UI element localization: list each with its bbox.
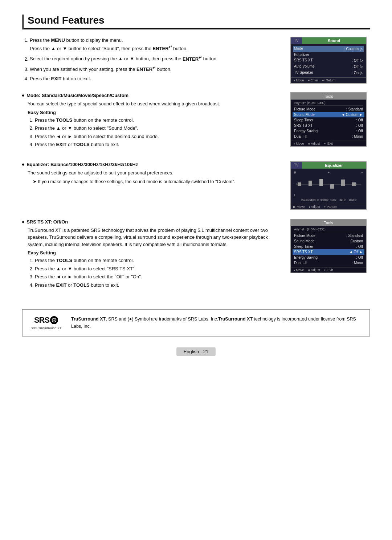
tools-row-dual-2: Dual I-II : Mono [294, 260, 363, 266]
page-footer: English - 21 [22, 347, 370, 356]
step-2: Select the required option by pressing t… [30, 54, 279, 63]
eq-rl-labels: R + + [294, 171, 363, 174]
tools-row-dual1: Dual I-II : Mono [294, 134, 363, 139]
tv-row-srs: SRS TS XT : Off ▷ [293, 57, 364, 64]
main-content: Press the MENU button to display the men… [22, 37, 370, 337]
svg-point-11 [53, 320, 55, 321]
eq-bars-svg: 0 0 [296, 175, 361, 193]
svg-rect-4 [330, 184, 334, 189]
tools-row-energy1: Energy Saving : Off [294, 128, 363, 134]
steps-text: Press the MENU button to display the men… [22, 37, 283, 86]
svg-rect-1 [298, 182, 301, 186]
mode-step-4: Press the EXIT or TOOLS button to exit. [35, 141, 279, 148]
tools-row-sound-2: Sound Mode : Custom [294, 238, 363, 244]
srs-logo-text: SRS [34, 315, 58, 325]
tv-ui-footer: ⬧ Move ↵Enter ↩ Return [291, 77, 366, 83]
exit-bold-1: EXIT [51, 76, 62, 81]
tools-row-picture: Picture Mode : Standard [294, 106, 363, 112]
tools-ui-2-col: Tools Anynet+ (HDMI-CEC) Picture Mode : … [290, 219, 370, 295]
mode-text: ♦ Mode: Standard/Music/Movie/Speech/Cust… [22, 92, 283, 155]
tv-row-mode: Mode : Custom ▷ [293, 46, 364, 52]
tv-row-autovolume: Auto Volume : Off ▷ [293, 64, 364, 70]
mode-step-3: Press the ◄ or ► button to select the de… [35, 133, 279, 140]
tv-sound-screenshot: TV Sound Mode : Custom ▷ Equalizer SRS T… [290, 37, 367, 84]
svg-text:0: 0 [355, 183, 357, 186]
srs-description: TruSurround XT, SRS and (●) Symbol are t… [71, 315, 362, 330]
srs-step-3: Press the ◄ or ► button to select the "O… [35, 273, 279, 281]
eq-bottom-labels: L [294, 193, 363, 197]
tools-row-sound: Sound Mode ◄ Custom ► [293, 112, 364, 117]
eq-bars-row: 0 0 [294, 175, 363, 193]
svg-rect-5 [341, 180, 345, 186]
eq-bullet: ♦ Equalizer: Balance/100Hz/300Hz/1kHz/3k… [22, 161, 279, 185]
tools-row-sleep-2: Sleep Timer : Off [294, 244, 363, 249]
step-1: Press the MENU button to display the men… [30, 37, 279, 52]
srs-title: SRS TS XT: Off/On [26, 219, 68, 225]
eq-footer: ▶ Move ⬧ Adjust ↩ Return [291, 204, 366, 209]
page-title: Sound Features [22, 15, 370, 29]
eq-text: ♦ Equalizer: Balance/100Hz/300Hz/1kHz/3k… [22, 161, 283, 212]
trusurround-bold-2: TruSurround XT [218, 317, 253, 322]
easy-setting-title-2: Easy Setting [28, 250, 279, 255]
mode-header: ♦ Mode: Standard/Music/Movie/Speech/Cust… [22, 92, 279, 98]
tools-body-1: Anynet+ (HDMI-CEC) Picture Mode : Standa… [291, 100, 366, 141]
mode-step-1: Press the TOOLS button on the remote con… [35, 117, 279, 124]
mode-desc: You can select the type of special sound… [28, 100, 279, 108]
srs-step-1: Press the TOOLS button on the remote con… [35, 257, 279, 264]
srs-trademark-box: SRS SRS TruSurround XT TruSurround XT, S… [22, 309, 370, 337]
svg-rect-2 [309, 181, 312, 186]
tools-row-sleep: Sleep Timer : Off [294, 117, 363, 123]
mode-steps-list: Press the TOOLS button on the remote con… [22, 117, 279, 148]
tools-screenshot-2: Tools Anynet+ (HDMI-CEC) Picture Mode : … [290, 219, 367, 273]
menu-bold: MENU [51, 37, 65, 43]
tv-row-tvspeaker: TV Speaker : On ▷ [293, 70, 364, 76]
main-steps-list: Press the MENU button to display the men… [22, 37, 279, 82]
page-number-badge: English - 21 [176, 347, 216, 356]
tools-screenshot-1: Tools Anynet+ (HDMI-CEC) Picture Mode : … [290, 92, 367, 147]
steps-section: Press the MENU button to display the men… [22, 37, 370, 86]
eq-screenshot: TV Equalizer R + + [290, 161, 367, 210]
eq-ui-col: TV Equalizer R + + [290, 161, 370, 212]
eq-ui-header: TV Equalizer [291, 162, 366, 169]
equalizer-section: ♦ Equalizer: Balance/100Hz/300Hz/1kHz/3k… [22, 161, 370, 212]
enter-bold-2: ENTER↵ [183, 56, 202, 62]
srs-text: ♦ SRS TS XT: Off/On TruSurround XT is a … [22, 219, 283, 295]
eq-title-label: Equalizer [302, 162, 366, 169]
eq-tv-label: TV [291, 162, 302, 169]
tools-header-1: Tools [291, 93, 366, 100]
tools-body-2: Anynet+ (HDMI-CEC) Picture Mode : Standa… [291, 226, 366, 267]
srs-logo: SRS SRS TruSurround XT [30, 315, 62, 330]
svg-text:0: 0 [296, 183, 297, 186]
eq-note: If you make any changes to these setting… [33, 178, 279, 185]
tools-row-srs-xt: SRS TS XT ◄ Off ► [293, 249, 364, 255]
enter-bold-3: ENTER↵ [136, 67, 156, 72]
tv-row-equalizer: Equalizer [293, 52, 364, 57]
srs-header-line: ♦ SRS TS XT: Off/On [22, 219, 279, 225]
tools-row-energy-2: Energy Saving : Off [294, 255, 363, 260]
eq-desc: The sound settings can be adjusted to su… [28, 169, 279, 177]
tv-ui-body: Mode : Custom ▷ Equalizer SRS TS XT : Of… [291, 44, 366, 77]
srs-circle-logo [50, 316, 58, 324]
srs-steps-list: Press the TOOLS button on the remote con… [22, 257, 279, 289]
srs-desc: TruSurround XT is a patented SRS technol… [28, 227, 279, 248]
easy-setting-title-1: Easy Setting [28, 110, 279, 115]
tv-label: TV [291, 37, 302, 44]
tv-ui-header: TV Sound [291, 37, 366, 44]
mode-step-2: Press the ▲ or ▼ button to select "Sound… [35, 125, 279, 132]
step-4: Press the EXIT button to exit. [30, 75, 279, 82]
srs-section: ♦ SRS TS XT: Off/On TruSurround XT is a … [22, 219, 370, 295]
enter-bold-1: ENTER↵ [152, 46, 172, 51]
srs-bullet: ♦ SRS TS XT: Off/On TruSurround XT is a … [22, 219, 279, 289]
mode-section: ♦ Mode: Standard/Music/Movie/Speech/Cust… [22, 92, 370, 155]
tools-footer-1: ⬧ Move ◈ Adjust ↩ Exit [291, 141, 366, 146]
anynet-label-1: Anynet+ (HDMI-CEC) [294, 101, 363, 106]
srs-subtitle: SRS TruSurround XT [30, 326, 61, 330]
mode-title: Mode: Standard/Music/Movie/Speech/Custom [26, 93, 128, 98]
srs-step-2: Press the ▲ or ▼ button to select "SRS T… [35, 265, 279, 273]
tv-sound-ui: TV Sound Mode : Custom ▷ Equalizer SRS T… [290, 37, 370, 86]
anynet-label-2: Anynet+ (HDMI-CEC) [294, 227, 363, 232]
mode-bullet: ♦ Mode: Standard/Music/Movie/Speech/Cust… [22, 92, 279, 148]
step-3: When you are satisfied with your setting… [30, 65, 279, 73]
tools-row-srs1: SRS TS XT : Off [294, 123, 363, 128]
eq-body: R + + [291, 169, 366, 204]
